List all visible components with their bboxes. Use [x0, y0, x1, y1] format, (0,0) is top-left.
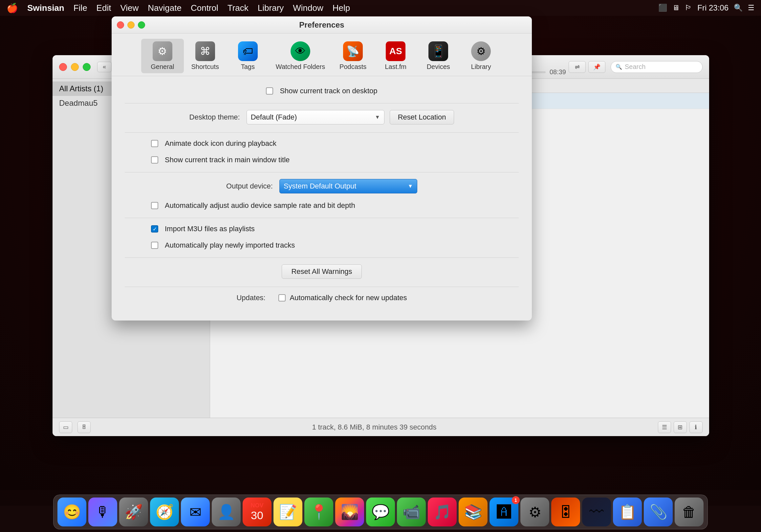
- airplay-icon[interactable]: ⬛: [658, 4, 667, 12]
- auto-adjust-checkbox[interactable]: [151, 202, 158, 209]
- lastfm-icon: AS: [386, 41, 405, 61]
- menu-file[interactable]: File: [74, 3, 87, 13]
- reset-location-button[interactable]: Reset Location: [390, 110, 454, 124]
- show-in-title-checkbox[interactable]: [151, 156, 158, 163]
- dock-item-finder[interactable]: 😊: [57, 498, 87, 526]
- general-icon: ⚙: [153, 41, 172, 61]
- desktop-theme-label: Desktop theme:: [190, 113, 240, 122]
- search-menubar-icon[interactable]: 🔍: [734, 4, 743, 12]
- minimize-button[interactable]: [71, 63, 79, 71]
- desktop-theme-row: Desktop theme: Default (Fade) ▼ Reset Lo…: [125, 110, 519, 124]
- calendar-icon: NOV: [251, 502, 263, 509]
- dock-item-messages[interactable]: 💬: [366, 498, 395, 526]
- tab-library[interactable]: ⚙ Library: [460, 39, 502, 73]
- separator-6: [125, 287, 519, 287]
- tab-shortcuts[interactable]: ⌘ Shortcuts: [184, 39, 226, 73]
- dock-item-sysprefs[interactable]: ⚙: [520, 498, 549, 526]
- dock-item-safari[interactable]: 🧭: [150, 498, 179, 526]
- list-icon[interactable]: ☰: [748, 4, 754, 12]
- messages-icon: 💬: [372, 503, 390, 520]
- menu-help[interactable]: Help: [332, 3, 350, 13]
- view-list-button[interactable]: ☰: [658, 421, 671, 433]
- dock-item-trash[interactable]: 🗑: [674, 498, 704, 526]
- dock-item-clipboard[interactable]: 📋: [613, 498, 642, 526]
- dock-item-launchpad[interactable]: 🚀: [119, 498, 148, 526]
- appclip-icon: 📎: [649, 503, 668, 520]
- tab-devices[interactable]: 📱 Devices: [417, 39, 460, 73]
- auto-adjust-row: Automatically adjust audio device sample…: [125, 201, 519, 210]
- pref-general-content: Show current track on desktop Desktop th…: [112, 76, 532, 321]
- pref-maximize-button[interactable]: [138, 21, 145, 29]
- auto-check-updates-checkbox[interactable]: [278, 294, 286, 302]
- search-bar[interactable]: 🔍 Search: [611, 61, 703, 73]
- equalizer-button[interactable]: 🎚: [78, 421, 90, 433]
- dock-item-waveform[interactable]: 〰: [582, 498, 611, 526]
- menu-view[interactable]: View: [120, 3, 139, 13]
- pref-minimize-button[interactable]: [127, 21, 135, 29]
- display-icon[interactable]: 🖥: [673, 4, 679, 12]
- dock-item-instruments[interactable]: 🎛: [551, 498, 580, 526]
- show-in-title-row: Show current track in main window title: [125, 156, 519, 164]
- apple-menu[interactable]: 🍎: [7, 3, 18, 14]
- info-button[interactable]: ℹ: [689, 421, 703, 433]
- tab-shortcuts-label: Shortcuts: [191, 63, 219, 71]
- tab-podcasts[interactable]: 📡 Podcasts: [331, 39, 374, 73]
- view-grid-button[interactable]: ⊞: [674, 421, 687, 433]
- prev-button[interactable]: «: [97, 62, 112, 72]
- dock-item-appclip[interactable]: 📎: [644, 498, 673, 526]
- dock-item-siri[interactable]: 🎙: [88, 498, 117, 526]
- show-track-checkbox[interactable]: [266, 88, 273, 94]
- show-track-label: Show current track on desktop: [280, 87, 377, 95]
- close-button[interactable]: [59, 63, 67, 71]
- tab-tags[interactable]: 🏷 Tags: [226, 39, 269, 73]
- separator-3: [125, 172, 519, 172]
- dock-item-appstore[interactable]: 🅰 1: [490, 498, 518, 526]
- import-m3u-checkbox[interactable]: [151, 225, 158, 232]
- dock-item-facetime[interactable]: 📹: [397, 498, 426, 526]
- dock-item-notes[interactable]: 📝: [273, 498, 302, 526]
- dock-inner: 😊 🎙 🚀 🧭 ✉ 👤 NOV 30 📝 📍 🌄 �: [53, 495, 708, 529]
- dock-item-calendar[interactable]: NOV 30: [243, 498, 271, 526]
- menu-window[interactable]: Window: [293, 3, 323, 13]
- flag-icon[interactable]: 🏳: [685, 4, 692, 12]
- output-device-value: System Default Output: [284, 182, 356, 191]
- tags-icon: 🏷: [238, 41, 258, 61]
- tab-general-label: General: [151, 63, 174, 71]
- desktop-theme-select[interactable]: Default (Fade) ▼: [247, 110, 384, 124]
- shuffle-button[interactable]: ⇌: [569, 61, 586, 73]
- menu-control[interactable]: Control: [191, 3, 218, 13]
- menu-track[interactable]: Track: [227, 3, 249, 13]
- tab-lastfm[interactable]: AS Last.fm: [374, 39, 417, 73]
- tab-podcasts-label: Podcasts: [339, 63, 366, 71]
- pin-button[interactable]: 📌: [588, 61, 605, 73]
- output-device-select[interactable]: System Default Output ▼: [279, 179, 417, 194]
- maximize-button[interactable]: [83, 63, 90, 71]
- menu-edit[interactable]: Edit: [96, 3, 111, 13]
- dock-item-books[interactable]: 📚: [459, 498, 488, 526]
- dock-item-contacts[interactable]: 👤: [212, 498, 241, 526]
- pref-close-button[interactable]: [117, 21, 124, 29]
- auto-check-updates-label: Automatically check for new updates: [290, 294, 407, 302]
- dock-item-mail[interactable]: ✉: [181, 498, 210, 526]
- auto-play-row: Automatically play newly imported tracks: [125, 241, 519, 250]
- books-icon: 📚: [464, 503, 482, 520]
- animate-dock-checkbox[interactable]: [151, 140, 158, 147]
- dock: 😊 🎙 🚀 🧭 ✉ 👤 NOV 30 📝 📍 🌄 �: [0, 490, 761, 532]
- contacts-icon: 👤: [217, 503, 235, 520]
- tab-watched-folders[interactable]: 👁 Watched Folders: [269, 39, 331, 73]
- app-name[interactable]: Swinsian: [27, 3, 64, 13]
- dock-item-music[interactable]: 🎵: [428, 498, 457, 526]
- pref-toolbar: ⚙ General ⌘ Shortcuts 🏷 Tags 👁 Watched F…: [112, 33, 532, 76]
- status-bar: ▭ 🎚 1 track, 8.6 MiB, 8 minutes 39 secon…: [52, 418, 709, 436]
- menu-library[interactable]: Library: [258, 3, 284, 13]
- clipboard-icon: 📋: [618, 503, 637, 520]
- auto-play-checkbox[interactable]: [151, 242, 158, 249]
- separator-2: [125, 132, 519, 133]
- menu-navigate[interactable]: Navigate: [148, 3, 182, 13]
- sidebar-toggle-button[interactable]: ▭: [59, 421, 72, 433]
- desktop-theme-select-container: Default (Fade) ▼ Reset Location: [247, 110, 454, 124]
- dock-item-maps[interactable]: 📍: [304, 498, 333, 526]
- tab-general[interactable]: ⚙ General: [141, 39, 184, 73]
- dock-item-photos[interactable]: 🌄: [335, 498, 364, 526]
- reset-warnings-button[interactable]: Reset All Warnings: [282, 265, 362, 279]
